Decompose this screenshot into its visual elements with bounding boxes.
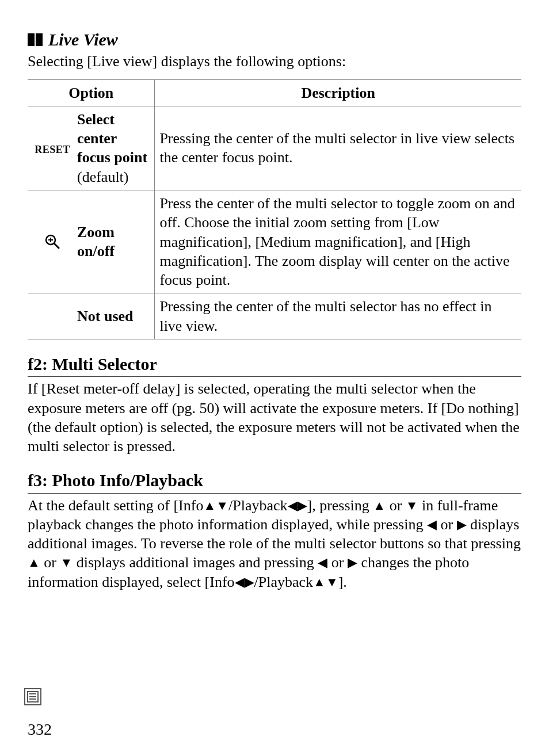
- section-marker-icon: [28, 33, 43, 46]
- row1-label: Zoom on/off: [73, 190, 155, 293]
- row0-desc: Pressing the center of the multi selecto…: [155, 106, 521, 190]
- reset-icon: RESET: [35, 144, 70, 155]
- row2-icon: [28, 293, 73, 339]
- liveview-heading-text: Live View: [48, 29, 118, 51]
- liveview-options-table: Option Description RESET Select center f…: [28, 79, 521, 339]
- table-row: Zoom on/off Press the center of the mult…: [28, 190, 521, 293]
- magnify-plus-icon: [32, 234, 73, 249]
- row2-desc: Pressing the center of the multi selecto…: [155, 293, 521, 339]
- liveview-intro: Selecting [Live view] displays the follo…: [28, 52, 521, 71]
- page-number: 332: [28, 719, 52, 740]
- f3-body: At the default setting of [Info▲▼/Playba…: [28, 496, 521, 591]
- f3-title: f3: Photo Info/Playback: [28, 469, 521, 493]
- f2-body: If [Reset meter-off delay] is selected, …: [28, 379, 521, 456]
- manual-page: Live View Selecting [Live view] displays…: [0, 0, 549, 756]
- footer-menu-icon: [24, 688, 41, 710]
- menu-icon: [24, 688, 41, 705]
- table-row: RESET Select center focus point (default…: [28, 106, 521, 190]
- row1-desc: Press the center of the multi selector t…: [155, 190, 521, 293]
- svg-line-1: [54, 243, 59, 248]
- th-option: Option: [28, 79, 155, 106]
- row2-label: Not used: [73, 293, 155, 339]
- liveview-heading: Live View: [28, 29, 521, 51]
- row0-icon: RESET: [28, 106, 73, 190]
- f2-title: f2: Multi Selector: [28, 353, 521, 377]
- row0-label: Select center focus point (default): [73, 106, 155, 190]
- table-row: Not used Pressing the center of the mult…: [28, 293, 521, 339]
- row1-icon: [28, 190, 73, 293]
- th-description: Description: [155, 79, 521, 106]
